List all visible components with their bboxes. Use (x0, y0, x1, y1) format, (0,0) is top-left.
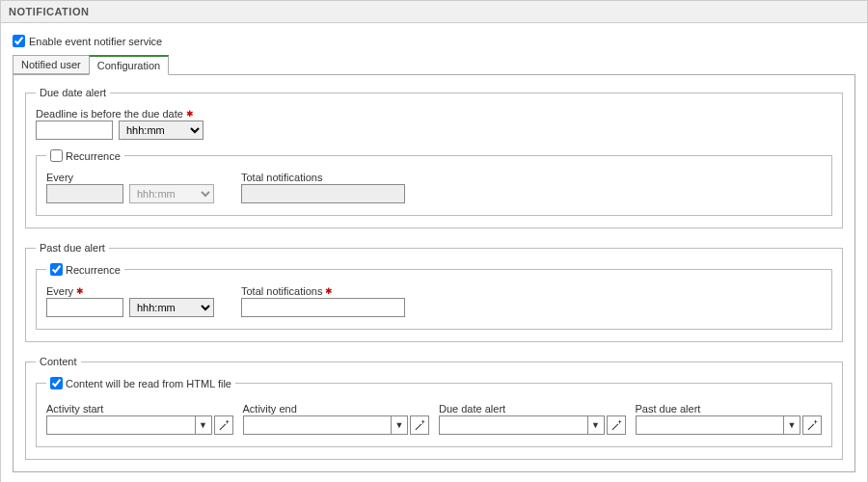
due-recurrence-fieldset: Recurrence Every hhh:mm (36, 149, 832, 216)
content-html-checkbox[interactable] (50, 377, 63, 389)
content-past-due-picker-button[interactable] (802, 415, 822, 435)
content-due-date-input[interactable] (439, 415, 587, 435)
due-every-unit-select: hhh:mm (129, 184, 214, 203)
wand-icon (610, 419, 622, 431)
enable-checkbox[interactable] (13, 35, 25, 47)
past-recurrence-legend: Recurrence (46, 263, 124, 276)
activity-end-picker-button[interactable] (410, 415, 429, 435)
chevron-down-icon: ▼ (788, 420, 797, 430)
content-past-due-label: Past due alert (636, 403, 823, 415)
due-recurrence-checkbox[interactable] (50, 149, 63, 162)
deadline-field: Deadline is before the due date hhh:mm (36, 108, 832, 140)
activity-end-label: Activity end (243, 403, 430, 415)
chevron-down-icon: ▼ (591, 420, 600, 430)
deadline-input[interactable] (36, 120, 113, 140)
content-due-date-dropdown-button[interactable]: ▼ (587, 415, 605, 435)
chevron-down-icon: ▼ (395, 420, 404, 430)
due-date-alert-legend: Due date alert (36, 87, 110, 98)
content-html-fieldset: Content will be read from HTML file Acti… (36, 377, 832, 447)
required-icon (186, 108, 194, 119)
panel-title: NOTIFICATION (1, 1, 867, 23)
past-recurrence-legend-text: Recurrence (66, 264, 121, 276)
past-due-alert-fieldset: Past due alert Recurrence Every (25, 242, 843, 342)
enable-row: Enable event notifier service (13, 35, 855, 47)
content-past-due-dropdown-button[interactable]: ▼ (783, 415, 800, 435)
content-grid: Activity start ▼ (46, 403, 822, 435)
past-every-unit-select[interactable]: hhh:mm (129, 298, 214, 317)
tab-notified-user[interactable]: Notified user (13, 55, 90, 74)
due-total-input (241, 184, 405, 203)
notification-panel: NOTIFICATION Enable event notifier servi… (0, 0, 868, 482)
content-html-legend: Content will be read from HTML file (46, 377, 235, 389)
past-total-input[interactable] (241, 298, 405, 317)
tab-configuration[interactable]: Configuration (89, 55, 169, 75)
deadline-unit-select[interactable]: hhh:mm (119, 120, 203, 140)
content-html-legend-text: Content will be read from HTML file (66, 378, 231, 389)
due-recurrence-legend: Recurrence (46, 149, 124, 162)
tabs: Notified user Configuration (13, 55, 855, 74)
activity-end-input[interactable] (243, 415, 392, 435)
deadline-label-text: Deadline is before the due date (36, 108, 183, 120)
due-date-alert-fieldset: Due date alert Deadline is before the du… (25, 87, 843, 228)
activity-start-picker-button[interactable] (214, 415, 233, 435)
required-icon (325, 285, 333, 296)
past-total-label-text: Total notifications (241, 285, 322, 297)
past-recurrence-fieldset: Recurrence Every hhh:mm (36, 263, 832, 330)
tab-content: Due date alert Deadline is before the du… (13, 74, 855, 472)
wand-icon (218, 419, 230, 431)
past-total-label: Total notifications (241, 285, 405, 297)
content-legend: Content (36, 356, 81, 367)
past-due-alert-legend: Past due alert (36, 242, 109, 254)
chevron-down-icon: ▼ (199, 420, 207, 430)
past-recurrence-checkbox[interactable] (50, 263, 63, 276)
past-every-label-text: Every (46, 285, 73, 297)
activity-start-input[interactable] (46, 415, 195, 435)
activity-end-dropdown-button[interactable]: ▼ (391, 415, 408, 435)
content-fieldset: Content Content will be read from HTML f… (25, 356, 843, 460)
wand-icon (806, 419, 818, 431)
activity-start-dropdown-button[interactable]: ▼ (195, 415, 212, 435)
enable-label: Enable event notifier service (29, 36, 162, 47)
content-due-date-label: Due date alert (439, 403, 626, 415)
panel-body: Enable event notifier service Notified u… (1, 23, 867, 482)
due-every-label: Every (46, 172, 214, 183)
due-recurrence-legend-text: Recurrence (66, 150, 121, 162)
wand-icon (414, 419, 425, 431)
content-due-date-picker-button[interactable] (607, 415, 626, 435)
deadline-label: Deadline is before the due date (36, 108, 832, 120)
activity-start-label: Activity start (46, 403, 233, 415)
due-total-label: Total notifications (241, 172, 405, 183)
past-every-input[interactable] (46, 298, 123, 317)
past-every-label: Every (46, 285, 214, 297)
content-past-due-input[interactable] (636, 415, 784, 435)
due-every-input (46, 184, 123, 203)
required-icon (76, 285, 84, 296)
